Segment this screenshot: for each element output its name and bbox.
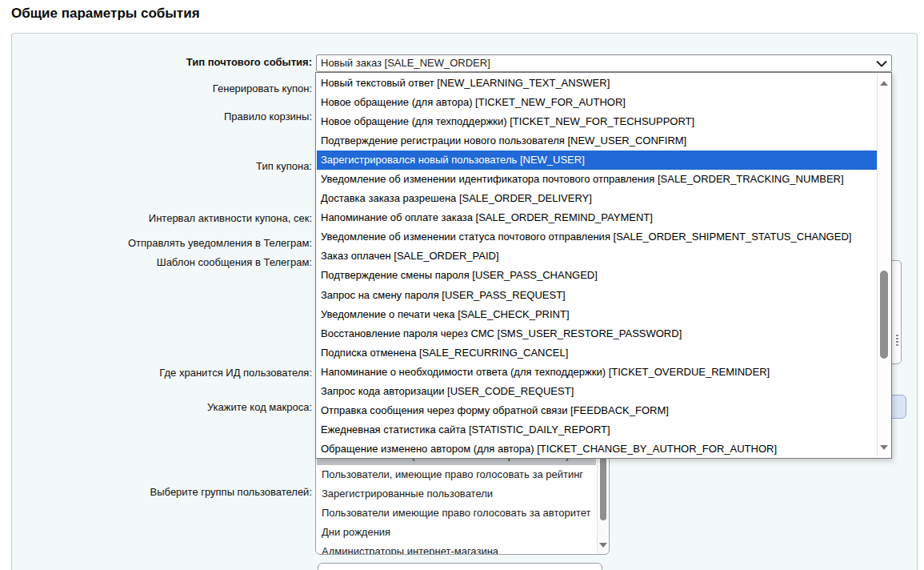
dropdown-option[interactable]: Напоминание о необходимости ответа (для … [317, 363, 877, 382]
user-group-option[interactable]: Дни рождения [317, 523, 596, 542]
dropdown-option[interactable]: Уведомление об изменении статуса почтово… [317, 227, 877, 247]
label-coupon-type: Тип купона: [16, 160, 312, 173]
dropdown-option[interactable]: Запрос на смену пароля [USER_PASS_REQUES… [317, 286, 877, 305]
dropdown-option[interactable]: Подписка отменена [SALE_RECURRING_CANCEL… [317, 343, 877, 363]
label-basket-rule: Правило корзины: [16, 110, 312, 123]
dropdown-option[interactable]: Напоминание об оплате заказа [SALE_ORDER… [317, 208, 877, 227]
label-user-id-storage: Где хранится ИД пользователя: [16, 367, 312, 379]
label-telegram-notify: Отправлять уведомления в Телеграм: [16, 237, 312, 250]
dropdown-option[interactable]: Уведомление о печати чека [SALE_CHECK_PR… [317, 305, 877, 324]
user-group-option[interactable]: Зарегистрированные пользователи [317, 484, 596, 504]
dropdown-option[interactable]: Запрос кода авторизации [USER_CODE_REQUE… [317, 382, 877, 401]
label-user-groups: Выберите группы пользователей: [16, 486, 312, 499]
groups-scroll-down-icon[interactable] [599, 543, 607, 548]
label-generate-coupon: Генерировать купон: [16, 82, 312, 95]
user-groups-listbox[interactable]: Все пользователи (в том числе неавторизо… [315, 442, 610, 555]
dropdown-option[interactable]: Уведомление об изменении идентификатора … [317, 170, 877, 189]
dropdown-option[interactable]: Новое обращение (для автора) [TICKET_NEW… [317, 93, 877, 112]
dropdown-option[interactable]: Новое обращение (для техподдержки) [TICK… [317, 112, 877, 131]
user-group-option[interactable]: Пользователи, имеющие право голосовать з… [317, 465, 596, 484]
groups-scrollbar[interactable] [597, 444, 608, 553]
event-type-dropdown: Новый текстовый ответ [NEW_LEARNING_TEXT… [315, 72, 892, 459]
dropdown-option[interactable]: Ежедневная статистика сайта [STATISTIC_D… [317, 420, 877, 440]
event-type-select-value: Новый заказ [SALE_NEW_ORDER] [321, 57, 490, 69]
event-type-select[interactable]: Новый заказ [SALE_NEW_ORDER] [316, 54, 892, 72]
dropdown-option[interactable]: Подтверждение регистрации нового пользов… [317, 131, 877, 151]
dropdown-option[interactable]: Заказ оплачен [SALE_ORDER_PAID] [317, 247, 877, 266]
dropdown-option[interactable]: Восстановление пароля через СМС [SMS_USE… [317, 324, 877, 343]
user-group-option[interactable]: Пользователи имеющие право голосовать за… [317, 504, 596, 523]
scroll-up-icon[interactable] [880, 81, 888, 86]
textarea-scrollbar[interactable] [896, 335, 898, 346]
dropdown-option[interactable]: Зарегистрировался новый пользователь [NE… [317, 151, 877, 170]
dropdown-scrollbar-thumb[interactable] [880, 271, 888, 359]
dropdown-option[interactable]: Доставка заказа разрешена [SALE_ORDER_DE… [317, 189, 877, 208]
label-telegram-template: Шаблон сообщения в Телеграм: [16, 256, 312, 269]
partial-select-box[interactable] [318, 563, 602, 570]
dropdown-option[interactable]: Новый текстовый ответ [NEW_LEARNING_TEXT… [317, 74, 877, 93]
dropdown-option[interactable]: Обращение изменено автором (для автора) … [317, 440, 877, 457]
groups-scrollbar-thumb[interactable] [600, 455, 606, 520]
label-coupon-interval: Интервал активности купона, сек: [16, 212, 312, 225]
user-group-option[interactable]: Администраторы интернет-магазина [317, 542, 596, 555]
dropdown-option[interactable]: Отправка сообщения через форму обратной … [317, 401, 877, 420]
dropdown-option[interactable]: Подтверждение смены пароля [USER_PASS_CH… [317, 266, 877, 285]
label-event-type: Тип почтового события: [16, 56, 312, 69]
scroll-down-icon[interactable] [880, 445, 888, 450]
label-macro-code: Укажите код макроса: [16, 401, 312, 414]
chevron-down-icon [876, 60, 887, 68]
page-title: Общие параметры события [11, 6, 200, 22]
event-type-options: Новый текстовый ответ [NEW_LEARNING_TEXT… [317, 74, 877, 457]
user-groups-options: Все пользователи (в том числе неавторизо… [317, 446, 596, 555]
dropdown-scrollbar[interactable] [877, 74, 890, 457]
